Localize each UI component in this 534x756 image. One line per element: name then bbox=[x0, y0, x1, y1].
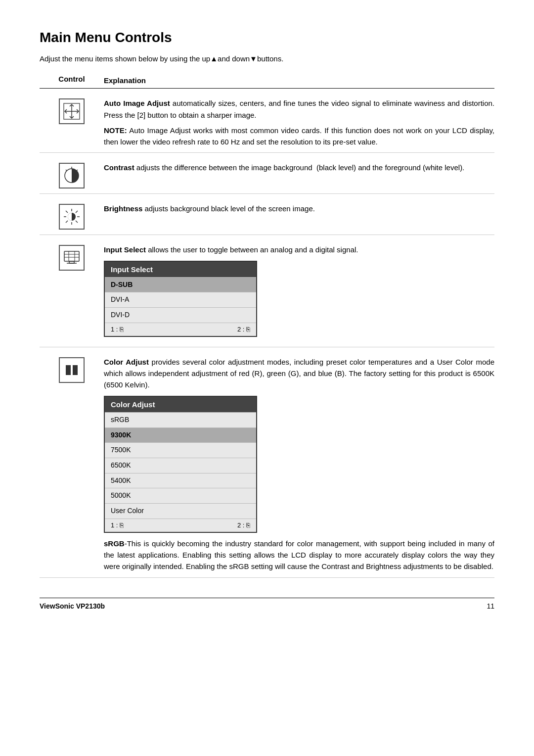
svg-rect-23 bbox=[66, 365, 71, 375]
row-auto-image-adjust: Auto Image Adjust automatically sizes, c… bbox=[40, 89, 494, 153]
header-control: Control bbox=[40, 75, 104, 86]
footer-brand: ViewSonic VP2130b bbox=[40, 602, 105, 610]
svg-line-15 bbox=[66, 221, 68, 223]
color-adjust-item-srgb: sRGB bbox=[105, 412, 256, 427]
color-adjust-item-5000k: 5000K bbox=[105, 488, 256, 503]
row-color-adjust: Color Adjust provides several color adju… bbox=[40, 347, 494, 578]
explanation-color-adjust: Color Adjust provides several color adju… bbox=[104, 356, 494, 572]
icon-contrast bbox=[40, 162, 104, 189]
explanation-input-select: Input Select allows the user to toggle b… bbox=[104, 244, 494, 342]
color-adjust-item-7500k: 7500K bbox=[105, 442, 256, 458]
color-adjust-footer-right: 2 : ⎘ bbox=[237, 520, 250, 530]
input-select-footer-right: 2 : ⎘ bbox=[237, 325, 250, 334]
svg-rect-24 bbox=[73, 365, 78, 375]
svg-line-12 bbox=[66, 211, 68, 213]
row-contrast: Contrast adjusts the difference between … bbox=[40, 153, 494, 194]
color-adjust-footer-left: 1 : ⎘ bbox=[111, 520, 124, 530]
color-adjust-item-user-color: User Color bbox=[105, 503, 256, 519]
color-adjust-svg bbox=[63, 361, 81, 379]
auto-image-adjust-svg bbox=[63, 102, 81, 120]
intro-text: Adjust the menu items shown below by usi… bbox=[40, 54, 494, 63]
svg-rect-16 bbox=[64, 251, 79, 261]
color-adjust-menu-footer: 1 : ⎘ 2 : ⎘ bbox=[105, 519, 256, 532]
explanation-brightness: Brightness adjusts background black leve… bbox=[104, 203, 494, 214]
contrast-svg bbox=[63, 167, 81, 185]
page-footer: ViewSonic VP2130b 11 bbox=[40, 598, 494, 610]
icon-color-adjust bbox=[40, 356, 104, 383]
explanation-contrast: Contrast adjusts the difference between … bbox=[104, 162, 494, 173]
color-adjust-menu: Color Adjust sRGB 9300K 7500K 6500K 5400… bbox=[104, 396, 257, 533]
color-adjust-item-5400k: 5400K bbox=[105, 473, 256, 488]
input-select-item-dvid: DVI-D bbox=[105, 307, 256, 323]
footer-model: VP2130b bbox=[76, 602, 105, 610]
brightness-svg bbox=[63, 208, 81, 226]
explanation-auto-image-adjust: Auto Image Adjust automatically sizes, c… bbox=[104, 97, 494, 147]
icon-auto-image-adjust bbox=[40, 97, 104, 124]
page: Main Menu Controls Adjust the menu items… bbox=[0, 0, 534, 640]
table-header: Control Explanation bbox=[40, 75, 494, 89]
input-select-item-dvia: DVI-A bbox=[105, 292, 256, 307]
color-adjust-item-6500k: 6500K bbox=[105, 458, 256, 473]
page-title: Main Menu Controls bbox=[40, 30, 494, 46]
icon-brightness bbox=[40, 203, 104, 230]
input-select-footer-left: 1 : ⎘ bbox=[111, 325, 124, 334]
input-select-svg bbox=[63, 249, 81, 267]
svg-line-6 bbox=[66, 170, 67, 171]
row-input-select: Input Select allows the user to toggle b… bbox=[40, 235, 494, 347]
footer-page-number: 11 bbox=[487, 602, 494, 610]
input-select-item-dsub: D-SUB bbox=[105, 277, 256, 292]
footer-brand-name: ViewSonic bbox=[40, 602, 74, 610]
input-select-menu: Input Select D-SUB DVI-A DVI-D 1 : ⎘ 2 :… bbox=[104, 261, 257, 337]
svg-line-13 bbox=[76, 221, 78, 223]
svg-line-5 bbox=[77, 170, 78, 171]
header-explanation: Explanation bbox=[104, 75, 494, 86]
color-adjust-menu-title: Color Adjust bbox=[105, 397, 256, 412]
icon-input-select bbox=[40, 244, 104, 271]
input-select-menu-title: Input Select bbox=[105, 262, 256, 277]
color-adjust-item-9300k: 9300K bbox=[105, 427, 256, 443]
input-select-menu-footer: 1 : ⎘ 2 : ⎘ bbox=[105, 323, 256, 336]
svg-line-14 bbox=[76, 211, 78, 213]
row-brightness: Brightness adjusts background black leve… bbox=[40, 194, 494, 235]
